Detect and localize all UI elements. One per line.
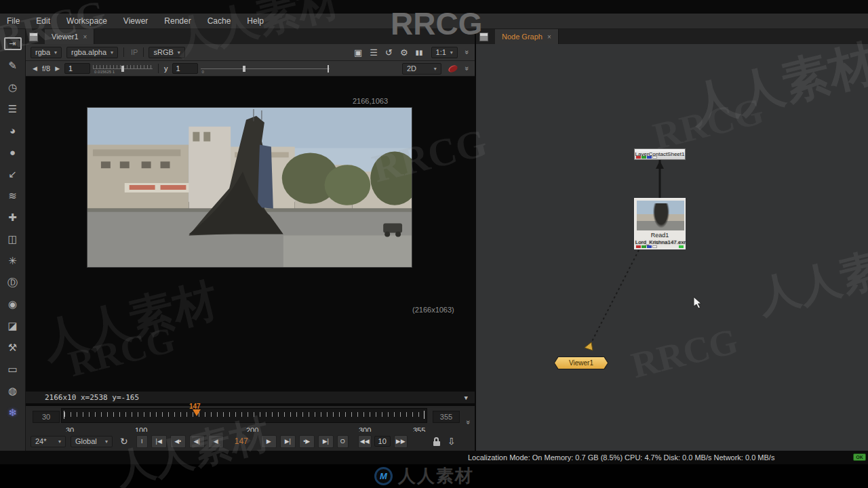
menu-workspace[interactable]: Workspace (66, 16, 107, 26)
colorspace-dropdown[interactable]: sRGB ▾ (149, 47, 184, 58)
merge-icon[interactable]: ≋ (4, 189, 22, 202)
timeline-ruler[interactable]: 147 30 100 200 300 355 (61, 408, 427, 423)
settings-gear-icon[interactable]: ⚙ (400, 47, 408, 58)
roi-icon[interactable] (448, 64, 458, 73)
node-viewer1[interactable]: Viewer1 (554, 357, 608, 369)
localization-status-text: Localization Mode: On Memory: 0.7 GB (8.… (468, 453, 774, 462)
timeline-chevron-icon[interactable]: » (465, 420, 473, 424)
fps-value: 24* (35, 437, 47, 445)
filter-icon[interactable]: ● (4, 146, 22, 159)
viewer-viewport[interactable]: 2166,1063 (26, 77, 475, 422)
viewer-tabbar: Viewer1 × (26, 29, 475, 44)
alpha-channel-dropdown[interactable]: rgba.alpha ▾ (66, 47, 118, 58)
fstop-next-icon[interactable]: ▶ (55, 65, 60, 72)
view-mode-dropdown[interactable]: 2D ▾ (402, 63, 441, 75)
play-backward-button[interactable]: ◀ (208, 435, 224, 448)
ruler-end-tick (424, 411, 425, 419)
deep-icon[interactable]: Ⓓ (4, 276, 22, 289)
current-frame-field[interactable]: 147 (235, 436, 248, 446)
3d-icon[interactable]: ◫ (4, 232, 22, 245)
divider (158, 64, 159, 73)
refresh-icon[interactable]: ↺ (385, 47, 393, 58)
collapse-chevron-icon[interactable]: » (463, 66, 471, 70)
close-icon[interactable]: × (547, 33, 551, 41)
step-forward-button[interactable]: ▶| (280, 435, 296, 448)
tab-viewer1[interactable]: Viewer1 × (45, 29, 94, 44)
node-label: Viewer1 (569, 359, 593, 367)
image-read-icon[interactable]: ⇥ (4, 37, 22, 50)
set-out-button[interactable]: O (337, 435, 349, 448)
frame-increment-button[interactable]: ▶▶ (394, 435, 408, 448)
views-icon[interactable]: ◉ (4, 298, 22, 310)
step-back-button[interactable]: ◀| (189, 435, 205, 448)
lock-range-icon[interactable] (433, 437, 440, 446)
tab-node-graph[interactable]: Node Graph × (495, 29, 559, 44)
menu-viewer[interactable]: Viewer (123, 16, 148, 26)
playback-bar: 24* ▾ Global ▾ ↻ I |◀ ◀• ◀| ◀ 147 ▶ ▶| •… (26, 432, 475, 451)
next-keyframe-button[interactable]: •▶ (299, 435, 315, 448)
channels-dropdown[interactable]: rgba ▾ (31, 47, 62, 58)
channel-icon[interactable]: ☰ (4, 102, 22, 115)
timeline-in-field[interactable]: 30 (33, 411, 60, 423)
chip-green (642, 245, 646, 248)
pane-menu-icon[interactable] (479, 33, 488, 41)
toolsets-icon[interactable]: ⚒ (4, 341, 22, 354)
input-process-button[interactable]: IP (131, 48, 138, 56)
flipbook-render-icon[interactable]: ⇩ (448, 436, 456, 447)
menu-file[interactable]: File (7, 16, 20, 26)
draw-icon[interactable]: ✎ (4, 59, 22, 72)
layout-rows-icon[interactable]: ☰ (370, 47, 378, 58)
gamma-slider[interactable]: 0 (201, 64, 330, 73)
node-read1[interactable]: Read1 Lord_Krishna147.exr (634, 198, 686, 249)
loop-mode-icon[interactable]: ↻ (120, 436, 128, 447)
zoom-level-dropdown[interactable]: 1:1 ▾ (431, 47, 458, 58)
pane-menu-icon[interactable] (29, 33, 38, 41)
set-in-button[interactable]: I (136, 435, 148, 448)
menu-cache[interactable]: Cache (208, 16, 231, 26)
menu-render[interactable]: Render (164, 16, 191, 26)
info-dropdown-icon[interactable]: ▼ (465, 394, 468, 401)
furnace-icon[interactable]: ◍ (4, 384, 22, 397)
frame-decrement-button[interactable]: ◀◀ (358, 435, 372, 448)
time-icon[interactable]: ◷ (4, 81, 22, 94)
particles-icon[interactable]: ✳ (4, 254, 22, 267)
chevron-down-icon: ▾ (434, 66, 437, 72)
frame-increment-field[interactable]: 10 (374, 436, 391, 447)
chevron-down-icon: ▾ (54, 49, 57, 56)
image-resolution-top-label: 2166,1063 (353, 97, 388, 105)
play-forward-button[interactable]: ▶ (261, 435, 277, 448)
gamma-slider-handle[interactable] (243, 66, 245, 72)
metadata-icon[interactable]: ◪ (4, 319, 22, 332)
pause-icon[interactable]: ▮▮ (416, 49, 423, 56)
close-icon[interactable]: × (83, 33, 87, 41)
transform-icon[interactable]: ✚ (4, 211, 22, 224)
menubar: File Edit Workspace Viewer Render Cache … (0, 14, 868, 29)
goto-start-button[interactable]: |◀ (151, 435, 167, 448)
gain-scale-labels: 0.015625 1 (94, 70, 115, 74)
gain-slider-handle[interactable] (121, 66, 124, 72)
menu-edit[interactable]: Edit (36, 16, 50, 26)
monitor-out-icon[interactable]: ▣ (354, 47, 362, 58)
collapse-chevron-icon[interactable]: » (463, 50, 471, 54)
timeline-out-field[interactable]: 355 (433, 411, 460, 423)
node-graph-canvas[interactable]: LayerContactSheet1 Read1 Lord_Krishna147… (476, 44, 868, 451)
fps-dropdown[interactable]: 24* ▾ (31, 436, 66, 447)
chip-blue (647, 245, 652, 248)
goto-end-button[interactable]: ▶| (318, 435, 334, 448)
gain-slider[interactable]: 0.015625 1 (93, 64, 153, 73)
other-icon[interactable]: ▭ (4, 363, 22, 375)
fstop-prev-icon[interactable]: ◀ (33, 65, 37, 72)
nuke-plugin-logo-icon[interactable]: ❄ (4, 406, 22, 419)
keyer-icon[interactable]: ↙ (4, 167, 22, 180)
playhead-marker[interactable] (193, 409, 201, 416)
range-dropdown[interactable]: Global ▾ (71, 436, 113, 447)
channel-chips (636, 245, 657, 248)
gain-input[interactable]: 1 (64, 63, 90, 74)
gamma-input[interactable]: 1 (172, 63, 198, 74)
divider (123, 47, 124, 57)
color-icon[interactable]: ◕ (4, 124, 22, 137)
menu-help[interactable]: Help (247, 16, 264, 26)
node-layercontactsheet[interactable]: LayerContactSheet1 (634, 148, 686, 160)
fstop-label[interactable]: f/8 (42, 64, 50, 73)
prev-keyframe-button[interactable]: ◀• (170, 435, 186, 448)
